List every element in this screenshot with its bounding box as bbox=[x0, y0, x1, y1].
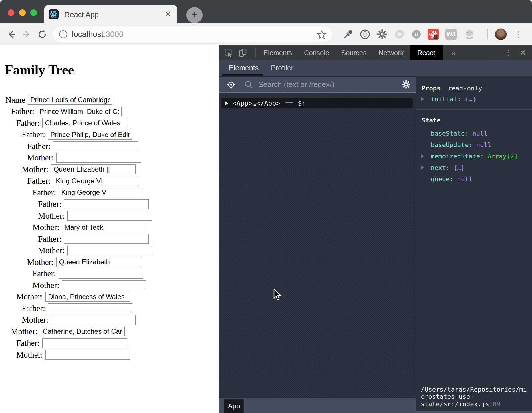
devtools-panel: ElementsConsoleSourcesNetworkReact » ⋮ ✕… bbox=[219, 45, 532, 413]
browser-menu-icon[interactable]: ⋮ bbox=[515, 23, 523, 45]
family-input-12[interactable] bbox=[64, 234, 149, 244]
family-input-17[interactable] bbox=[45, 292, 130, 302]
reload-button[interactable] bbox=[37, 23, 48, 45]
window-close-button[interactable] bbox=[8, 9, 14, 16]
react-favicon-icon bbox=[49, 9, 59, 19]
expand-arrow-icon[interactable] bbox=[421, 97, 424, 101]
family-row-8: Father: bbox=[0, 188, 219, 197]
props-state-panel: Props read-only initial:{…} State baseSt… bbox=[416, 77, 532, 413]
family-input-8[interactable] bbox=[59, 188, 143, 197]
family-input-0[interactable] bbox=[28, 95, 112, 105]
family-row-17: Mother: bbox=[0, 292, 219, 302]
family-row-19: Mother: bbox=[0, 315, 219, 325]
window-minimize-button[interactable] bbox=[19, 9, 26, 16]
devtools-bottom-bar: App bbox=[219, 398, 416, 413]
expand-arrow-icon[interactable] bbox=[421, 166, 424, 170]
family-row-16: Mother: bbox=[0, 280, 219, 290]
tab-close-icon[interactable]: ✕ bbox=[165, 10, 171, 19]
source-path-line: /Users/taras/Repositories/mi bbox=[421, 386, 530, 393]
gear-extension-icon[interactable] bbox=[376, 23, 388, 45]
family-row-10: Mother: bbox=[0, 211, 219, 221]
family-input-5[interactable] bbox=[56, 153, 141, 163]
tab-profiler[interactable]: Profiler bbox=[271, 60, 293, 76]
breadcrumb-app-tab[interactable]: App bbox=[224, 399, 244, 413]
family-row-label: Mother: bbox=[27, 257, 54, 267]
family-input-2[interactable] bbox=[42, 118, 127, 128]
family-input-6[interactable] bbox=[51, 164, 136, 174]
family-input-4[interactable] bbox=[53, 141, 138, 151]
devtools-tab-network[interactable]: Network bbox=[372, 45, 410, 60]
devtools-tab-react[interactable]: React bbox=[410, 45, 443, 60]
expand-arrow-icon[interactable] bbox=[421, 154, 424, 158]
password-manager-extension-icon[interactable] bbox=[359, 23, 371, 45]
family-input-3[interactable] bbox=[48, 130, 132, 140]
new-tab-button[interactable]: + bbox=[186, 7, 203, 23]
search-input[interactable]: Search (text or /regex/) bbox=[258, 77, 334, 92]
state-row-memoizedState[interactable]: memoizedState:Array[2] bbox=[416, 150, 532, 162]
devtools-close-icon[interactable]: ✕ bbox=[517, 45, 529, 60]
family-row-14: Mother: bbox=[0, 257, 219, 267]
family-row-4: Father: bbox=[0, 141, 219, 151]
active-tab-underline bbox=[222, 74, 263, 76]
family-row-label: Father: bbox=[16, 338, 40, 348]
site-info-icon[interactable]: i bbox=[59, 30, 67, 38]
family-row-label: Mother: bbox=[38, 246, 65, 255]
ember-extension-icon[interactable] bbox=[463, 23, 476, 45]
family-input-20[interactable] bbox=[40, 327, 125, 336]
tree-row-app[interactable]: <App>…</App> == $r bbox=[221, 98, 413, 108]
family-input-22[interactable] bbox=[45, 350, 130, 360]
url-bar[interactable]: i localhost:3000 bbox=[53, 26, 333, 42]
family-input-10[interactable] bbox=[67, 211, 152, 221]
bookmark-star-icon[interactable] bbox=[317, 30, 326, 40]
settings-gear-icon[interactable] bbox=[401, 80, 411, 90]
family-input-16[interactable] bbox=[62, 280, 146, 290]
family-row-7: Father: bbox=[0, 176, 219, 186]
devtools-tabs: ElementsConsoleSourcesNetworkReact bbox=[257, 45, 443, 60]
inspect-element-icon[interactable] bbox=[225, 49, 233, 58]
u-extension-icon[interactable]: U bbox=[410, 23, 423, 45]
family-input-19[interactable] bbox=[51, 315, 136, 325]
devtools-tab-elements[interactable]: Elements bbox=[257, 45, 298, 60]
toolbar-separator bbox=[487, 29, 488, 39]
source-path[interactable]: /Users/taras/Repositories/microstates-us… bbox=[416, 384, 532, 411]
web-page: Family Tree NameFather:Father:Father:Fat… bbox=[0, 45, 219, 413]
family-input-15[interactable] bbox=[59, 269, 143, 279]
browser-tab[interactable]: React App ✕ bbox=[44, 5, 177, 23]
family-input-11[interactable] bbox=[62, 223, 146, 232]
family-row-label: Mother: bbox=[22, 315, 48, 325]
url-text: localhost:3000 bbox=[72, 30, 124, 39]
props-row-initial[interactable]: initial:{…} bbox=[416, 93, 532, 105]
family-row-11: Mother: bbox=[0, 223, 219, 232]
devtools-topbar: ElementsConsoleSourcesNetworkReact » ⋮ ✕ bbox=[219, 45, 532, 60]
devtools-tab-sources[interactable]: Sources bbox=[335, 45, 372, 60]
family-input-1[interactable] bbox=[37, 107, 122, 116]
value-label: Array[2] bbox=[487, 153, 518, 160]
profile-avatar[interactable] bbox=[495, 28, 507, 40]
device-toolbar-icon[interactable] bbox=[239, 49, 248, 58]
family-row-12: Father: bbox=[0, 234, 219, 244]
family-input-18[interactable] bbox=[48, 303, 132, 313]
react-devtools-extension-icon[interactable] bbox=[427, 23, 440, 45]
wj-extension-icon[interactable]: WJ bbox=[444, 23, 458, 45]
family-input-13[interactable] bbox=[67, 246, 152, 255]
eyedropper-extension-icon[interactable] bbox=[342, 23, 354, 45]
family-input-21[interactable] bbox=[42, 338, 127, 348]
family-row-21: Father: bbox=[0, 338, 219, 348]
forward-button[interactable] bbox=[21, 23, 32, 45]
window-zoom-button[interactable] bbox=[30, 9, 37, 16]
swirl-extension-icon[interactable] bbox=[393, 23, 406, 45]
family-input-7[interactable] bbox=[53, 176, 138, 186]
back-button[interactable] bbox=[6, 23, 17, 45]
devtools-tab-console[interactable]: Console bbox=[298, 45, 335, 60]
more-tabs-icon[interactable]: » bbox=[451, 45, 456, 60]
inspect-target-icon[interactable] bbox=[227, 80, 236, 90]
value-label: null bbox=[476, 141, 491, 148]
devtools-menu-icon[interactable]: ⋮ bbox=[503, 45, 514, 60]
page-title: Family Tree bbox=[5, 62, 219, 77]
expand-arrow-icon[interactable] bbox=[225, 101, 228, 105]
state-row-next[interactable]: next:{…} bbox=[416, 162, 532, 173]
family-input-14[interactable] bbox=[56, 257, 141, 267]
props-header: Props read-only bbox=[416, 83, 532, 93]
value-label: {…} bbox=[465, 96, 476, 103]
family-input-9[interactable] bbox=[64, 199, 149, 209]
